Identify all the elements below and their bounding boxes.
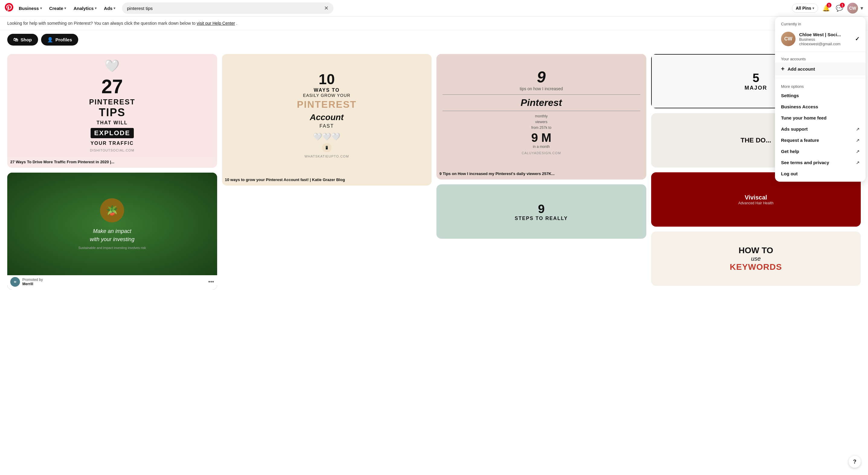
pin-caption: 9 Tips on How I increased my Pinterest's… [436,169,646,179]
pin-ways: WAYS TO [314,88,340,93]
pin-overlay-text: Make an impactwith your investing [78,227,146,243]
settings-label: Settings [781,93,799,98]
nav-business-label: Business [19,6,39,11]
pin-card[interactable]: HOW TO use KEYWORDS [651,232,861,286]
search-bar: ✕ [122,2,334,14]
your-accounts-label: Your accounts [775,54,866,63]
pinterest-logo[interactable] [5,3,13,13]
pin-in-month: in a month [533,144,550,149]
promoted-avatar: M [10,277,20,287]
pin-steps: STEPS TO REALLY [515,216,568,221]
hearts-decoration: 🤍🤍🤍 [313,133,340,141]
messages-badge: 1 [840,3,845,7]
pin-number: 10 [319,71,335,88]
user-avatar[interactable]: CW [847,3,858,13]
search-input[interactable] [127,6,322,11]
pin-number: 9 [538,202,545,216]
nav-ads-chevron: ▾ [114,6,115,10]
settings-menu-item[interactable]: Settings [775,90,866,101]
logout-menu-item[interactable]: Log out [775,168,866,179]
nav-analytics[interactable]: Analytics ▾ [70,4,100,13]
pins-grid: 🤍 27 PINTEREST TIPS THAT WILL EXPLODE YO… [0,49,868,295]
get-help-menu-item[interactable]: Get help ↗ [775,146,866,157]
nav-create[interactable]: Create ▾ [46,4,69,13]
filter-bar: 🛍 Shop 👤 Profiles [0,30,868,49]
nav-business[interactable]: Business ▾ [16,4,45,13]
notifications-button[interactable]: 🔔 1 [820,3,832,13]
profiles-filter-button[interactable]: 👤 Profiles [41,34,78,45]
terms-privacy-label: See terms and privacy [781,160,829,165]
pin-card[interactable]: 🪴 Make an impactwith your investing Sust… [7,173,217,290]
profiles-label: Profiles [56,37,72,42]
pin-account: Account [310,112,344,122]
current-account-row: CW Chloe West | Soci... Business chloexw… [775,29,866,49]
nav-analytics-label: Analytics [73,6,94,11]
pin-highlight: EXPLODE [91,128,134,138]
promoted-name: Merrill [22,282,43,286]
currently-in-label: Currently in [775,17,866,29]
pin-card[interactable]: 9 STEPS TO REALLY [436,184,646,239]
nav-create-label: Create [49,6,63,11]
notifications-badge: 1 [827,3,832,7]
pin-number: 9 [537,68,546,86]
pin-use: use [751,255,761,262]
tune-feed-label: Tune your home feed [781,115,827,121]
business-access-menu-item[interactable]: Business Access [775,101,866,112]
pin-domain: WHATSKATIEUPTΟ.COM [304,155,349,158]
pin-number: 5 [753,71,759,85]
ads-support-menu-item[interactable]: Ads support ↗ [775,124,866,135]
dropdown-menu: Currently in CW Chloe West | Soci... Bus… [775,17,866,182]
pin-fast: FAST [319,124,334,129]
pin-card[interactable]: 9 tips on how I increased Pinterest mont… [436,54,646,179]
add-icon: + [781,66,785,72]
terms-privacy-menu-item[interactable]: See terms and privacy ↗ [775,157,866,168]
all-pins-filter[interactable]: All Pins ▾ [792,4,818,13]
add-account-button[interactable]: + Add account [775,63,866,75]
header-right: All Pins ▾ 🔔 1 💬 1 CW ▾ [792,3,863,13]
help-bar: Looking for help with something on Pinte… [0,16,868,30]
add-account-label: Add account [788,66,815,71]
messages-button[interactable]: 💬 1 [834,3,845,13]
promoted-info: M Promoted by Merrill [10,277,43,287]
pin-major: MAJOR [744,85,767,91]
pin-card[interactable]: 10 WAYS TO EASILY GROW YOUR PINTEREST Ac… [222,54,432,185]
tune-feed-menu-item[interactable]: Tune your home feed [775,112,866,124]
pin-domain: DISHITOUTSOCIAL.COM [90,148,134,152]
more-options-button[interactable]: ••• [208,279,214,285]
external-link-icon: ↗ [856,160,860,165]
account-name: Chloe West | Soci... [799,32,851,37]
pin-subtitle: THAT WILL [97,120,128,126]
current-account-avatar: CW [781,32,796,46]
help-text: Looking for help with something on Pinte… [7,21,195,26]
expand-icon[interactable]: ▾ [861,5,863,11]
check-icon: ✓ [855,36,860,42]
pin-title: PINTEREST [89,98,135,106]
shop-icon: 🛍 [13,37,18,42]
pin-card[interactable]: 🤍 27 PINTEREST TIPS THAT WILL EXPLODE YO… [7,54,217,168]
account-info: Chloe West | Soci... Business chloexwest… [799,32,851,46]
pin-viviscal: Viviscal [745,194,767,201]
pin-do: THE DO... [741,136,771,144]
external-link-icon: ↗ [856,138,860,143]
pin-caption: 27 Ways To Drive More Traffic From Pinte… [7,157,217,168]
all-pins-label: All Pins [796,6,811,10]
account-type: Business [799,37,851,42]
logout-label: Log out [781,171,798,176]
pin-sub2: YOUR TRAFFIC [91,141,134,146]
nav-analytics-chevron: ▾ [95,6,97,10]
help-center-link[interactable]: visit our Help Center [196,21,235,26]
pin-monthly: monthlyviewersfrom 257k to [531,113,552,131]
external-link-icon: ↗ [856,149,860,154]
shop-label: Shop [21,37,32,42]
pin-pinterest: PINTEREST [297,99,357,110]
pin-phone-mockup: 📱 [322,143,331,152]
promoted-by: Promoted by [22,278,43,282]
ads-support-label: Ads support [781,127,808,132]
shop-filter-button[interactable]: 🛍 Shop [7,34,38,45]
help-text-end: . [236,21,238,26]
promoted-text-block: Promoted by Merrill [22,278,43,286]
nav-ads[interactable]: Ads ▾ [101,4,118,13]
request-feature-menu-item[interactable]: Request a feature ↗ [775,135,866,146]
header: Business ▾ Create ▾ Analytics ▾ Ads ▾ ✕ … [0,0,868,16]
search-clear-button[interactable]: ✕ [324,5,329,11]
